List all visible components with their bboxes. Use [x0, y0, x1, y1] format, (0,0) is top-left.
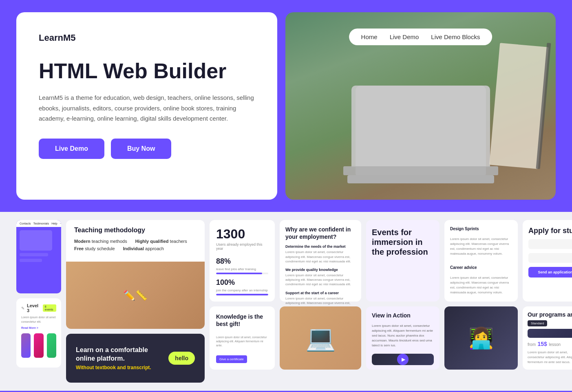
knowledge-card: Knowledge is the best gift! Lorem ipsum …	[210, 306, 275, 370]
person-icon: 👩‍💻	[468, 326, 494, 350]
stats-card: 1300 Users already employed this year 88…	[210, 220, 275, 302]
apply-col: Apply for study Send an application Our …	[523, 220, 572, 370]
progress-fill-2	[216, 294, 268, 295]
nav-item-live-demo-blocks[interactable]: Live Demo Blocks	[431, 33, 480, 40]
view-in-action-text: Lorem ipsum dolor sit amet, consectetur …	[372, 324, 434, 348]
contacts-tab[interactable]: Contacts	[20, 222, 31, 225]
online-platform-card: Learn on a comfortable online platform. …	[66, 334, 205, 383]
events-col: Events for immersion in the profession V…	[366, 220, 439, 370]
career-advice-text: Lorem ipsum dolor sit amet, consectetur …	[450, 275, 512, 295]
apply-submit-button[interactable]: Send an application	[528, 267, 572, 277]
ui-screenshot-card: Contacts Testimonials Help ···	[16, 220, 61, 293]
programs-text: Lorem ipsum dolor sit amet, consectetur …	[528, 350, 572, 365]
help-tab[interactable]: Help	[51, 222, 57, 225]
free-schedule: Free study schedule	[74, 246, 115, 251]
online-subtitle: Without textbook and transcript.	[76, 365, 162, 370]
hero-card: LearnM5 HTML Web Builder LearnM5 is a th…	[16, 12, 277, 200]
knowledge-title: Knowledge is the best gift!	[216, 313, 268, 328]
programs-preview	[528, 329, 572, 338]
apply-phone-field[interactable]	[528, 253, 572, 263]
design-sprints-title: Design Sprints	[450, 227, 512, 231]
stat-bars: 88% leave find jobs after training 100% …	[216, 257, 268, 295]
conf-item-title-3: Support at the start of a career	[285, 291, 356, 295]
stat-number: 1300	[216, 227, 268, 242]
buy-now-button[interactable]: Buy Now	[111, 139, 171, 159]
knowledge-text: Lorem ipsum dolor sit amet, consectetur …	[216, 335, 268, 347]
dots-icon: ···	[60, 222, 61, 225]
progress-bar-2	[216, 294, 268, 295]
person-image-card: 👩‍💻	[444, 306, 518, 370]
nav-bar: Home Live Demo Live Demo Blocks	[349, 29, 492, 45]
level-img-3	[47, 333, 56, 358]
logo: LearnM5	[39, 33, 255, 43]
events-badge: 8 events	[43, 304, 56, 312]
programs-card: Our programs and Standard from 15$ lesso…	[523, 306, 572, 370]
programs-title: Our programs and	[528, 311, 572, 318]
individual-approach: Individual approach	[123, 246, 164, 251]
teaching-card: Teaching methodology Modern teaching met…	[66, 220, 205, 329]
apply-title: Apply for study	[528, 227, 572, 235]
stat-item-2: 100% join the company after an internshi…	[216, 278, 268, 295]
level-img-2	[34, 333, 43, 358]
online-text: Learn on a comfortable online platform. …	[76, 346, 162, 370]
stat-number-label: 1300 Users already employed this year	[216, 227, 268, 251]
from-label: from	[528, 342, 536, 347]
price-value: 15$	[537, 341, 547, 347]
teaching-row-2: Free study schedule Individual approach	[74, 246, 197, 251]
bottom-row-1: Contacts Testimonials Help ··· ✎ Level 3…	[16, 220, 556, 383]
teach-header: Teaching methodology Modern teaching met…	[66, 220, 205, 262]
hero-title: HTML Web Builder	[39, 59, 255, 83]
laptop-icon: 💻	[305, 324, 336, 352]
progress-fill-1	[216, 273, 262, 274]
stats-col: 1300 Users already employed this year 88…	[210, 220, 275, 370]
certificate-button[interactable]: Give a certificate	[216, 355, 247, 363]
unit-label: lesson	[549, 342, 561, 347]
level-images	[21, 333, 56, 358]
confidence-col: Why are we confident in your employment?…	[280, 220, 361, 370]
events-card: Events for immersion in the profession	[366, 220, 439, 302]
nav-item-live-demo[interactable]: Live Demo	[390, 33, 419, 40]
stat-label: Users already employed this year	[216, 242, 268, 251]
level-header: ✎ Level 3 8 events	[21, 303, 56, 313]
progress-bar-1	[216, 273, 268, 274]
level-card: ✎ Level 3 8 events Lorem ipsum dolor sit…	[16, 298, 61, 368]
events-title: Events for immersion in the profession	[372, 227, 434, 257]
col-left: Contacts Testimonials Help ··· ✎ Level 3…	[16, 220, 61, 368]
teaching-image	[66, 262, 205, 329]
level-label: Level 3	[27, 303, 40, 313]
live-demo-button[interactable]: Live Demo	[39, 139, 104, 159]
hero-image-wrapper: Home Live Demo Live Demo Blocks	[285, 12, 556, 200]
from-price: from 15$ lesson	[528, 340, 572, 348]
design-sprints-text: Lorem ipsum dolor sit amet, consectetur …	[450, 237, 512, 256]
confidence-card: Why are we confident in your employment?…	[280, 220, 361, 302]
play-icon: ▶	[402, 357, 405, 362]
play-button[interactable]: ▶	[397, 354, 409, 365]
conf-item-2: We provide quality knowledge Lorem ipsum…	[285, 268, 356, 287]
teaching-title: Teaching methodology	[74, 227, 197, 234]
conf-item-text-1: Lorem ipsum dolor sit amet, consectetur …	[285, 250, 356, 264]
stat-desc-1: leave find jobs after training	[216, 267, 268, 271]
stat-item-1: 88% leave find jobs after training	[216, 257, 268, 274]
testimonials-tab[interactable]: Testimonials	[33, 222, 49, 225]
view-in-action-image: ▶	[372, 354, 434, 365]
stat-pct-2: 100%	[216, 278, 268, 287]
conf-item-title-2: We provide quality knowledge	[285, 268, 356, 272]
apply-name-field[interactable]	[528, 239, 572, 249]
teaching-col: Teaching methodology Modern teaching met…	[66, 220, 205, 383]
nav-item-home[interactable]: Home	[361, 33, 378, 40]
hero-buttons: Live Demo Buy Now	[39, 139, 255, 159]
career-advice-title: Career advice	[450, 265, 512, 270]
conf-item-title-1: Determine the needs of the market	[285, 244, 356, 249]
modern-methods: Modern teaching methods	[74, 239, 127, 244]
stat-desc-2: join the company after an internship	[216, 288, 268, 293]
design-sprints-card: Design Sprints Lorem ipsum dolor sit ame…	[444, 220, 518, 302]
bottom-section: Contacts Testimonials Help ··· ✎ Level 3…	[0, 212, 572, 391]
teaching-rows: Modern teaching methods Highly qualified…	[74, 239, 197, 251]
hero-description: LearnM5 is a theme for education, web de…	[39, 92, 255, 124]
qualified-teachers: Highly qualified teachers	[135, 239, 187, 244]
conf-item-text-2: Lorem ipsum dolor sit amet, consectetur …	[285, 273, 356, 287]
read-more-link[interactable]: Read More >	[21, 326, 56, 329]
stat-pct-1: 88%	[216, 257, 268, 266]
level-img-1	[21, 333, 31, 358]
view-in-action-title: View in Action	[372, 312, 434, 319]
